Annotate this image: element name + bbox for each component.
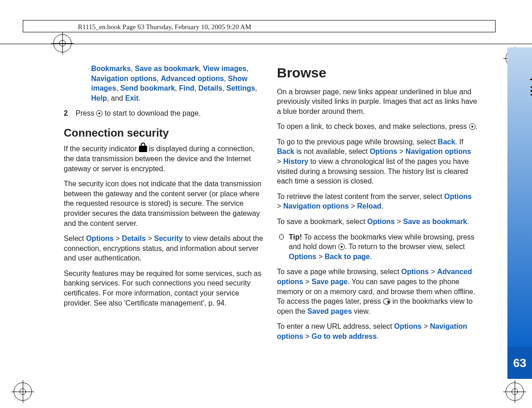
- header-text: R1115_en.book Page 63 Thursday, February…: [78, 23, 251, 31]
- tip-lightbulb-icon: [277, 232, 285, 240]
- connection-security-heading: Connection security: [64, 126, 264, 140]
- tip-label: Tip!: [289, 233, 302, 241]
- browse-p5: To save a bookmark, select Options > Sav…: [277, 217, 477, 227]
- section-tab-label: Web: [528, 77, 532, 96]
- conn-para-2: The security icon does not indicate that…: [64, 179, 264, 228]
- browse-p7: To enter a new URL address, select Optio…: [277, 321, 477, 341]
- navikey-right-icon: [383, 298, 390, 305]
- registration-mark-icon: [506, 382, 524, 401]
- navikey-icon: [96, 110, 102, 117]
- page-number: 63: [507, 347, 532, 379]
- conn-para-1: If the security indicator is displayed d…: [64, 144, 264, 173]
- browse-p2: To open a link, to check boxes, and make…: [277, 122, 477, 132]
- left-column: Bookmarks, Save as bookmark, View images…: [64, 64, 264, 385]
- crop-line: [0, 44, 532, 44]
- browse-p6: To save a page while browsing, select Op…: [277, 267, 477, 316]
- tip-block: Tip! To access the bookmarks view while …: [277, 232, 477, 262]
- browse-p1: On a browser page, new links appear unde…: [277, 87, 477, 117]
- registration-mark-icon: [14, 382, 32, 401]
- page-content: Bookmarks, Save as bookmark, View images…: [64, 64, 477, 385]
- lock-icon: [139, 146, 147, 152]
- step-number: 2: [64, 108, 71, 118]
- options-list-continuation: Bookmarks, Save as bookmark, View images…: [64, 64, 264, 103]
- framemaker-header: R1115_en.book Page 63 Thursday, February…: [23, 20, 496, 32]
- section-tab: Web 63: [507, 0, 532, 408]
- conn-para-4: Security features may be required for so…: [64, 269, 264, 308]
- conn-para-3: Select Options > Details > Security to v…: [64, 234, 264, 263]
- navikey-icon: [338, 244, 345, 250]
- step-2: 2 Press to start to download the page.: [64, 108, 264, 118]
- registration-mark-icon: [53, 34, 72, 52]
- right-column: Browse On a browser page, new links appe…: [277, 64, 477, 385]
- browse-p4: To retrieve the latest content from the …: [277, 192, 477, 211]
- browse-heading: Browse: [277, 64, 477, 82]
- browse-p3: To go to the previous page while browsin…: [277, 137, 477, 186]
- step-text: Press to start to download the page.: [76, 108, 201, 118]
- navikey-icon: [469, 123, 476, 130]
